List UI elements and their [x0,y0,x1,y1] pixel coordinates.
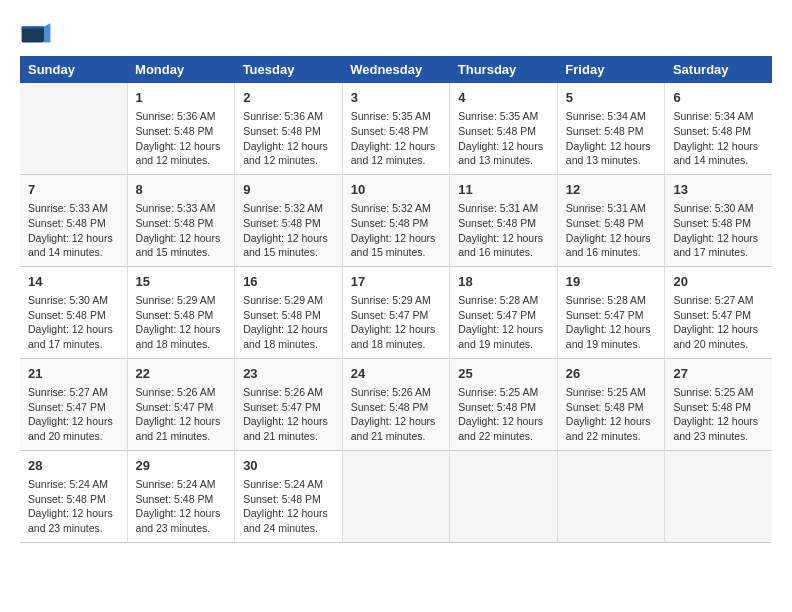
day-info: Sunrise: 5:24 AM Sunset: 5:48 PM Dayligh… [28,477,119,536]
day-number: 15 [136,273,227,291]
weekday-friday: Friday [557,56,665,83]
day-info: Sunrise: 5:35 AM Sunset: 5:48 PM Dayligh… [351,109,442,168]
day-number: 7 [28,181,119,199]
day-info: Sunrise: 5:35 AM Sunset: 5:48 PM Dayligh… [458,109,549,168]
logo [20,20,56,48]
day-number: 10 [351,181,442,199]
day-number: 23 [243,365,334,383]
calendar-cell [557,450,665,542]
calendar-cell: 2Sunrise: 5:36 AM Sunset: 5:48 PM Daylig… [235,83,343,174]
day-number: 20 [673,273,764,291]
calendar-cell: 25Sunrise: 5:25 AM Sunset: 5:48 PM Dayli… [450,358,558,450]
day-info: Sunrise: 5:31 AM Sunset: 5:48 PM Dayligh… [566,201,657,260]
day-number: 14 [28,273,119,291]
day-info: Sunrise: 5:29 AM Sunset: 5:48 PM Dayligh… [136,293,227,352]
svg-rect-2 [22,26,44,28]
day-info: Sunrise: 5:28 AM Sunset: 5:47 PM Dayligh… [458,293,549,352]
day-number: 18 [458,273,549,291]
weekday-wednesday: Wednesday [342,56,450,83]
calendar-cell: 9Sunrise: 5:32 AM Sunset: 5:48 PM Daylig… [235,174,343,266]
calendar-cell [342,450,450,542]
calendar-cell: 21Sunrise: 5:27 AM Sunset: 5:47 PM Dayli… [20,358,127,450]
calendar-cell: 30Sunrise: 5:24 AM Sunset: 5:48 PM Dayli… [235,450,343,542]
calendar-cell: 13Sunrise: 5:30 AM Sunset: 5:48 PM Dayli… [665,174,772,266]
day-number: 13 [673,181,764,199]
day-number: 27 [673,365,764,383]
day-number: 19 [566,273,657,291]
calendar-table: SundayMondayTuesdayWednesdayThursdayFrid… [20,56,772,543]
calendar-cell: 16Sunrise: 5:29 AM Sunset: 5:48 PM Dayli… [235,266,343,358]
day-number: 2 [243,89,334,107]
day-info: Sunrise: 5:24 AM Sunset: 5:48 PM Dayligh… [243,477,334,536]
day-number: 29 [136,457,227,475]
weekday-thursday: Thursday [450,56,558,83]
day-info: Sunrise: 5:36 AM Sunset: 5:48 PM Dayligh… [136,109,227,168]
day-info: Sunrise: 5:31 AM Sunset: 5:48 PM Dayligh… [458,201,549,260]
calendar-cell: 1Sunrise: 5:36 AM Sunset: 5:48 PM Daylig… [127,83,235,174]
day-number: 5 [566,89,657,107]
calendar-week-2: 14Sunrise: 5:30 AM Sunset: 5:48 PM Dayli… [20,266,772,358]
day-info: Sunrise: 5:27 AM Sunset: 5:47 PM Dayligh… [673,293,764,352]
day-info: Sunrise: 5:25 AM Sunset: 5:48 PM Dayligh… [673,385,764,444]
day-number: 1 [136,89,227,107]
calendar-cell: 3Sunrise: 5:35 AM Sunset: 5:48 PM Daylig… [342,83,450,174]
day-info: Sunrise: 5:32 AM Sunset: 5:48 PM Dayligh… [243,201,334,260]
weekday-sunday: Sunday [20,56,127,83]
svg-marker-1 [44,23,50,42]
calendar-week-3: 21Sunrise: 5:27 AM Sunset: 5:47 PM Dayli… [20,358,772,450]
day-info: Sunrise: 5:26 AM Sunset: 5:47 PM Dayligh… [243,385,334,444]
calendar-cell: 26Sunrise: 5:25 AM Sunset: 5:48 PM Dayli… [557,358,665,450]
calendar-cell: 8Sunrise: 5:33 AM Sunset: 5:48 PM Daylig… [127,174,235,266]
day-info: Sunrise: 5:24 AM Sunset: 5:48 PM Dayligh… [136,477,227,536]
calendar-cell: 23Sunrise: 5:26 AM Sunset: 5:47 PM Dayli… [235,358,343,450]
day-info: Sunrise: 5:29 AM Sunset: 5:48 PM Dayligh… [243,293,334,352]
calendar-body: 1Sunrise: 5:36 AM Sunset: 5:48 PM Daylig… [20,83,772,542]
calendar-cell: 14Sunrise: 5:30 AM Sunset: 5:48 PM Dayli… [20,266,127,358]
calendar-week-4: 28Sunrise: 5:24 AM Sunset: 5:48 PM Dayli… [20,450,772,542]
calendar-cell: 18Sunrise: 5:28 AM Sunset: 5:47 PM Dayli… [450,266,558,358]
calendar-cell: 12Sunrise: 5:31 AM Sunset: 5:48 PM Dayli… [557,174,665,266]
calendar-cell: 7Sunrise: 5:33 AM Sunset: 5:48 PM Daylig… [20,174,127,266]
day-number: 28 [28,457,119,475]
day-number: 30 [243,457,334,475]
page-header [20,20,772,48]
day-info: Sunrise: 5:34 AM Sunset: 5:48 PM Dayligh… [673,109,764,168]
day-number: 22 [136,365,227,383]
day-number: 21 [28,365,119,383]
day-number: 16 [243,273,334,291]
day-info: Sunrise: 5:33 AM Sunset: 5:48 PM Dayligh… [28,201,119,260]
day-info: Sunrise: 5:30 AM Sunset: 5:48 PM Dayligh… [28,293,119,352]
day-info: Sunrise: 5:34 AM Sunset: 5:48 PM Dayligh… [566,109,657,168]
calendar-cell: 29Sunrise: 5:24 AM Sunset: 5:48 PM Dayli… [127,450,235,542]
day-info: Sunrise: 5:28 AM Sunset: 5:47 PM Dayligh… [566,293,657,352]
day-info: Sunrise: 5:27 AM Sunset: 5:47 PM Dayligh… [28,385,119,444]
calendar-cell: 15Sunrise: 5:29 AM Sunset: 5:48 PM Dayli… [127,266,235,358]
weekday-header-row: SundayMondayTuesdayWednesdayThursdayFrid… [20,56,772,83]
weekday-monday: Monday [127,56,235,83]
day-number: 8 [136,181,227,199]
day-number: 3 [351,89,442,107]
calendar-cell [20,83,127,174]
day-info: Sunrise: 5:30 AM Sunset: 5:48 PM Dayligh… [673,201,764,260]
day-number: 6 [673,89,764,107]
calendar-cell: 10Sunrise: 5:32 AM Sunset: 5:48 PM Dayli… [342,174,450,266]
day-number: 4 [458,89,549,107]
day-info: Sunrise: 5:26 AM Sunset: 5:48 PM Dayligh… [351,385,442,444]
day-info: Sunrise: 5:29 AM Sunset: 5:47 PM Dayligh… [351,293,442,352]
weekday-tuesday: Tuesday [235,56,343,83]
day-number: 9 [243,181,334,199]
calendar-cell: 11Sunrise: 5:31 AM Sunset: 5:48 PM Dayli… [450,174,558,266]
day-info: Sunrise: 5:33 AM Sunset: 5:48 PM Dayligh… [136,201,227,260]
day-info: Sunrise: 5:25 AM Sunset: 5:48 PM Dayligh… [458,385,549,444]
calendar-cell: 4Sunrise: 5:35 AM Sunset: 5:48 PM Daylig… [450,83,558,174]
calendar-cell: 19Sunrise: 5:28 AM Sunset: 5:47 PM Dayli… [557,266,665,358]
day-number: 12 [566,181,657,199]
day-number: 26 [566,365,657,383]
day-info: Sunrise: 5:32 AM Sunset: 5:48 PM Dayligh… [351,201,442,260]
day-number: 11 [458,181,549,199]
weekday-saturday: Saturday [665,56,772,83]
calendar-cell: 5Sunrise: 5:34 AM Sunset: 5:48 PM Daylig… [557,83,665,174]
day-info: Sunrise: 5:36 AM Sunset: 5:48 PM Dayligh… [243,109,334,168]
calendar-week-0: 1Sunrise: 5:36 AM Sunset: 5:48 PM Daylig… [20,83,772,174]
day-info: Sunrise: 5:25 AM Sunset: 5:48 PM Dayligh… [566,385,657,444]
